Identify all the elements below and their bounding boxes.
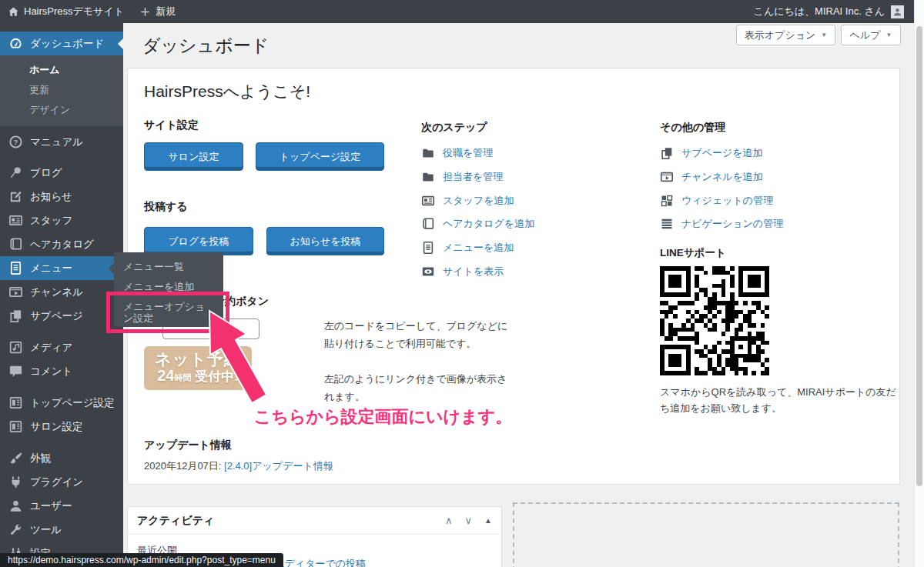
sidebar-label: サブページ — [30, 309, 83, 323]
sidebar-item-staff[interactable]: スタッフ — [0, 208, 123, 232]
view-site-eye-icon — [421, 265, 435, 278]
sidebar-label: お知らせ — [30, 190, 72, 204]
salon-settings-button[interactable]: サロン設定 — [144, 142, 243, 171]
dashboard-gauge-icon — [8, 36, 23, 51]
link-status-tooltip: https://demo.hairspress.com/wp-admin/edi… — [0, 553, 283, 567]
id-card-icon — [8, 213, 23, 228]
move-down-icon[interactable]: ∨ — [465, 515, 473, 526]
nav-list-icon — [660, 217, 674, 231]
update-link[interactable]: [2.4.0]アップデート情報 — [224, 460, 333, 472]
sidebar-label: 外観 — [30, 452, 51, 465]
add-staff-link[interactable]: スタッフを追加 — [443, 194, 514, 208]
admin-bar: HairsPressデモサイト 新規 こんにちは、MIRAI Inc. さん — [0, 0, 924, 23]
admin-bar-site-link[interactable]: HairsPressデモサイト — [0, 0, 132, 23]
move-up-icon[interactable]: ∧ — [445, 515, 453, 526]
id-card-icon — [421, 194, 435, 208]
sidebar-item-comments[interactable]: コメント — [0, 359, 123, 383]
book-icon — [8, 237, 23, 252]
flyout-menu-list[interactable]: メニュー一覧 — [114, 256, 223, 276]
sidebar-item-dashboard[interactable]: ダッシュボード — [0, 32, 123, 55]
banner-line1: ネット予約 — [155, 351, 240, 368]
sidebar-item-salon-settings[interactable]: サロン設定 — [0, 415, 123, 439]
post-blog-button[interactable]: ブログを投稿 — [144, 227, 253, 255]
add-menu-link[interactable]: メニューを追加 — [443, 241, 514, 255]
sidebar-item-appearance[interactable]: 外観 — [0, 446, 123, 470]
help-tab[interactable]: ヘルプ ▼ — [841, 25, 901, 45]
activity-title: アクティビティ — [137, 514, 214, 528]
manage-widgets-link[interactable]: ウィジェットの管理 — [681, 194, 773, 208]
pin-icon — [8, 165, 23, 180]
collapse-toggle-icon[interactable]: ▲ — [484, 516, 492, 525]
annotation-text: こちらから設定画面にいけます。 — [254, 405, 512, 429]
page-scrollbar[interactable] — [914, 0, 924, 567]
banner-text: 受付中! — [195, 369, 239, 384]
update-info-line: 2020年12月07日: [2.4.0]アップデート情報 — [144, 459, 333, 473]
sidebar-item-plugins[interactable]: プラグイン — [0, 470, 123, 494]
folder-icon — [421, 170, 435, 184]
wordpress-admin-screen: HairsPressデモサイト 新規 こんにちは、MIRAI Inc. さん ダ… — [0, 0, 924, 567]
view-site-link[interactable]: サイトを表示 — [443, 265, 504, 278]
page-settings-icon — [8, 419, 23, 434]
brush-icon — [8, 451, 23, 465]
sidebar-item-channel[interactable]: チャンネル — [0, 280, 123, 304]
screen-options-tab[interactable]: 表示オプション ▼ — [736, 25, 835, 45]
sidebar-item-users[interactable]: ユーザー — [0, 494, 123, 518]
banner-hours: 24 — [157, 367, 174, 384]
submenu-item-design[interactable]: デザイン — [0, 100, 123, 120]
qr-caption: スマホからQRを読み取って、MIRAIサポートの友だち追加をお願い致します。 — [660, 384, 906, 416]
manage-staff-link[interactable]: 担当者を管理 — [443, 170, 503, 184]
page-title: ダッシュボード — [142, 34, 269, 58]
sidebar-item-toppage-settings[interactable]: トップページ設定 — [0, 391, 123, 415]
screen-options-label: 表示オプション — [745, 28, 816, 42]
update-date: 2020年12月07日: — [144, 460, 224, 472]
sidebar-item-haircatalog[interactable]: ヘアカタログ — [0, 232, 123, 256]
greeting-text[interactable]: こんにちは、MIRAI Inc. さん — [754, 5, 885, 18]
sidebar-item-subpage[interactable]: サブページ — [0, 304, 123, 328]
add-channel-link[interactable]: チャンネルを追加 — [681, 170, 763, 184]
manage-navigation-link[interactable]: ナビゲーションの管理 — [681, 217, 783, 231]
folder-icon — [421, 146, 435, 160]
toppage-settings-button[interactable]: トップページ設定 — [256, 142, 384, 171]
admin-bar-new-button[interactable]: 新規 — [132, 0, 183, 23]
home-icon — [8, 6, 19, 18]
line-support-heading: LINEサポート — [660, 246, 726, 260]
sidebar-label: ヘアカタログ — [30, 238, 94, 252]
sidebar-label: メニュー — [30, 262, 72, 275]
help-label: ヘルプ — [850, 28, 881, 42]
manage-roles-link[interactable]: 役職を管理 — [443, 146, 493, 160]
update-info-heading: アップデート情報 — [144, 439, 232, 452]
avatar[interactable] — [891, 5, 904, 18]
user-icon — [8, 499, 23, 513]
net-reservation-banner[interactable]: ネット予約 24時間 受付中! — [144, 346, 252, 390]
question-icon: ? — [8, 135, 23, 149]
dashboard-submenu: ホーム 更新 デザイン — [0, 55, 123, 126]
welcome-col-other: その他の管理 サブページを追加 チャンネルを追加 ウィジェットの管理 ナビゲーシ… — [660, 68, 900, 485]
document-lines-icon — [8, 261, 23, 275]
sidebar-item-tools[interactable]: ツール — [0, 518, 123, 542]
caret-down-icon: ▼ — [886, 32, 892, 38]
next-steps-heading: 次のステップ — [421, 121, 487, 135]
sidebar-label: ダッシュボード — [30, 37, 104, 51]
submenu-item-home[interactable]: ホーム — [0, 60, 123, 80]
svg-text:?: ? — [14, 138, 18, 146]
submenu-item-updates[interactable]: 更新 — [0, 80, 123, 100]
post-news-button[interactable]: お知らせを投稿 — [266, 227, 384, 255]
sidebar-item-menu[interactable]: メニュー — [0, 256, 123, 280]
sidebar-label: メディア — [30, 341, 72, 355]
add-haircatalog-link[interactable]: ヘアカタログを追加 — [443, 217, 534, 231]
sidebar-item-media[interactable]: メディア — [0, 335, 123, 359]
wrench-icon — [8, 522, 23, 537]
book-icon — [421, 217, 435, 231]
add-subpage-link[interactable]: サブページを追加 — [681, 146, 763, 160]
page-settings-icon — [8, 395, 23, 410]
sidebar-label: マニュアル — [30, 135, 83, 149]
plug-icon — [8, 475, 23, 489]
sidebar-item-blog[interactable]: ブログ — [0, 161, 123, 185]
sidebar-item-news[interactable]: お知らせ — [0, 185, 123, 208]
posting-heading: 投稿する — [144, 200, 188, 214]
site-setup-heading: サイト設定 — [144, 118, 199, 132]
banner-unit: 時間 — [174, 373, 191, 382]
sidebar-item-manual[interactable]: ? マニュアル — [0, 130, 123, 154]
scrollbar-thumb[interactable] — [916, 26, 922, 486]
pencil-icon — [8, 189, 23, 204]
